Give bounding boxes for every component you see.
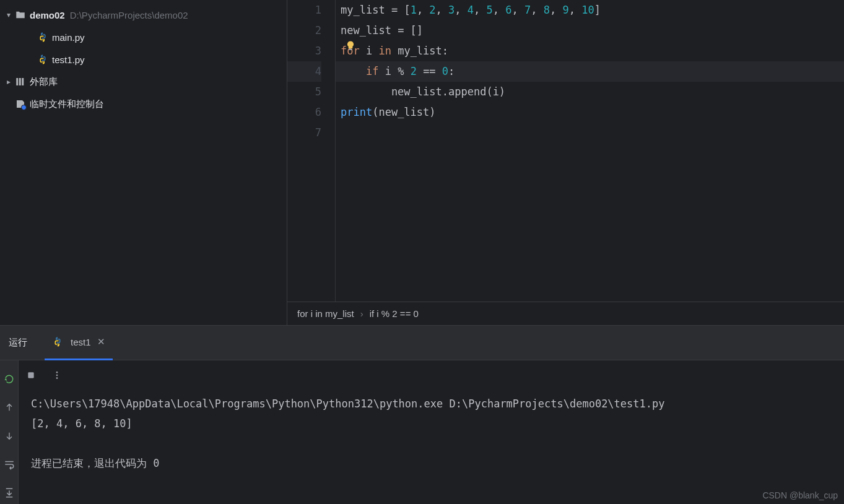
svg-rect-0 [16,78,18,85]
scratch-icon [15,98,26,110]
soft-wrap-icon[interactable] [3,458,15,471]
gutter-line[interactable]: 4 [287,61,321,82]
chevron-down-icon: ▾ [2,11,15,19]
project-sidebar: ▾ demo02 D:\PycharmProjects\demo02 main.… [0,0,287,325]
scratches-consoles[interactable]: ▸ 临时文件和控制台 [0,93,287,115]
breadcrumb-item[interactable]: for i in my_list [297,308,354,319]
gutter-line[interactable]: 6 [287,102,321,123]
run-gutter [0,360,19,504]
run-output[interactable]: C:\Users\17948\AppData\Local\Programs\Py… [19,390,844,504]
run-tool-label[interactable]: 运行 [4,337,32,349]
breadcrumb-item[interactable]: if i % 2 == 0 [370,308,419,319]
scratches-label: 临时文件和控制台 [30,98,104,110]
stop-button[interactable] [24,368,38,383]
gutter-line[interactable]: 3 [287,41,321,61]
code-line[interactable]: new_list.append(i) [336,82,844,102]
run-tab[interactable]: test1 ✕ [45,326,113,360]
project-root[interactable]: ▾ demo02 D:\PycharmProjects\demo02 [0,4,287,26]
code-line[interactable]: new_list = [] [336,20,844,41]
line-gutter[interactable]: 1234567 [287,0,336,302]
run-toolbar [19,360,844,390]
close-icon[interactable]: ✕ [97,336,105,347]
code-line[interactable]: my_list = [1, 2, 3, 4, 5, 6, 7, 8, 9, 10… [336,0,844,20]
more-options-icon[interactable] [50,368,64,383]
file-test1-py[interactable]: test1.py [0,48,287,71]
run-tabs-bar: 运行 test1 ✕ [0,326,844,360]
project-path: D:\PycharmProjects\demo02 [70,10,188,20]
run-panel: 运行 test1 ✕ [0,325,844,504]
up-arrow-icon[interactable] [3,401,15,414]
run-tab-label: test1 [71,337,91,347]
gutter-line[interactable]: 2 [287,20,321,41]
external-libraries[interactable]: ▸ 外部库 [0,71,287,93]
code-line[interactable]: if i % 2 == 0: [336,61,844,82]
file-main-py[interactable]: main.py [0,26,287,48]
file-label: test1.py [52,54,85,65]
code-line[interactable]: for i in my_list: [336,41,844,61]
gutter-line[interactable]: 7 [287,123,321,143]
breadcrumb-separator: › [354,308,370,319]
svg-rect-3 [349,49,352,50]
breadcrumb[interactable]: for i in my_list › if i % 2 == 0 [287,302,844,325]
output-command: C:\Users\17948\AppData\Local\Programs\Py… [31,394,832,414]
gutter-line[interactable]: 5 [287,82,321,102]
python-file-icon [52,336,63,347]
python-file-icon [37,32,48,43]
svg-rect-2 [22,78,24,85]
file-label: main.py [52,32,85,43]
gutter-line[interactable]: 1 [287,0,321,20]
external-libs-label: 外部库 [30,76,58,88]
python-file-icon [37,54,48,65]
project-name: demo02 [30,10,65,20]
svg-point-5 [56,371,58,373]
rerun-button[interactable] [3,373,15,385]
watermark: CSDN @blank_cup [762,490,838,500]
folder-icon [15,9,26,20]
output-exit: 进程已结束，退出代码为 0 [31,453,832,473]
library-icon [15,76,26,87]
code-line[interactable]: print(new_list) [336,102,844,123]
scroll-to-end-icon[interactable] [3,487,15,499]
down-arrow-icon[interactable] [3,430,15,442]
code-editor[interactable]: my_list = [1, 2, 3, 4, 5, 6, 7, 8, 9, 10… [336,0,844,302]
editor-area: 1234567 my_list = [1, 2, 3, 4, 5, 6, 7, … [287,0,844,325]
svg-point-7 [56,377,58,379]
output-result: [2, 4, 6, 8, 10] [31,414,832,433]
svg-point-6 [56,375,58,376]
svg-rect-1 [19,78,21,85]
code-line[interactable] [336,123,844,143]
intention-bulb-icon[interactable] [344,40,357,52]
chevron-right-icon: ▸ [2,77,15,86]
svg-rect-4 [28,372,33,378]
